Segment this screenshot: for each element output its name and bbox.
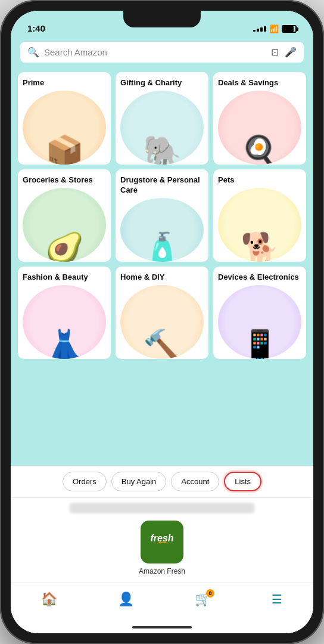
category-card-groceries[interactable]: Groceries & Stores 🥑 [18,169,111,262]
category-image-home: 🔨 [120,285,204,359]
category-label-deals: Deals & Savings [218,78,301,88]
wifi-icon: 📶 [269,24,279,33]
main-content: Prime 📦 Gifting & Charity 🐘 Deals & Savi… [11,70,313,466]
buy-again-button[interactable]: Buy Again [111,472,167,491]
menu-icon: ☰ [272,592,283,606]
account-button[interactable]: Account [171,472,219,491]
notch [123,11,201,27]
category-card-devices[interactable]: Devices & Electronics 📱 [213,267,306,359]
category-card-prime[interactable]: Prime 📦 [18,72,111,165]
category-label-drugstore: Drugstore & Personal Care [120,175,204,196]
home-bar-line [132,626,192,628]
search-bar[interactable]: 🔍 Search Amazon ⊡ 🎤 [20,42,304,63]
category-label-devices: Devices & Electronics [218,273,301,283]
camera-icon[interactable]: ⊡ [271,47,279,58]
category-image-groceries: 🥑 [23,188,106,262]
category-label-fashion: Fashion & Beauty [23,273,106,283]
category-grid: Prime 📦 Gifting & Charity 🐘 Deals & Savi… [11,70,313,364]
quick-actions-bar: Orders Buy Again Account Lists [11,466,313,497]
phone-frame: 1:40 📶 🔍 Search Amazon ⊡ [0,0,324,644]
category-card-gifting[interactable]: Gifting & Charity 🐘 [116,72,208,165]
category-image-devices: 📱 [218,285,301,359]
lists-button[interactable]: Lists [224,472,261,491]
category-image-prime: 📦 [23,91,106,165]
category-label-groceries: Groceries & Stores [23,175,106,185]
phone-screen: 1:40 📶 🔍 Search Amazon ⊡ [11,11,313,633]
battery-icon [282,25,297,33]
nav-menu[interactable]: ☰ [262,590,292,609]
category-card-drugstore[interactable]: Drugstore & Personal Care 🧴 [116,169,208,262]
nav-cart[interactable]: 🛒 0 [185,589,220,609]
bottom-nav: 🏠 👤 🛒 0 ☰ [11,583,313,621]
category-card-deals[interactable]: Deals & Savings 🍳 [213,72,306,165]
blurred-text [70,503,254,513]
amazon-fresh-logo: fresh ⌒ [141,521,183,564]
signal-bars-icon [253,26,266,32]
category-image-drugstore: 🧴 [120,198,204,262]
status-time: 1:40 [27,23,45,33]
person-icon: 👤 [118,592,134,607]
orders-button[interactable]: Orders [63,472,107,491]
home-icon: 🏠 [41,592,57,607]
search-right-icons: ⊡ 🎤 [271,47,297,58]
search-icon: 🔍 [27,47,39,58]
category-card-pets[interactable]: Pets 🐕 [213,169,306,262]
category-label-home: Home & DIY [120,273,204,283]
status-icons: 📶 [253,24,297,33]
cart-icon-wrap: 🛒 0 [195,592,211,607]
category-label-prime: Prime [23,78,106,88]
category-image-fashion: 👗 [23,285,106,359]
category-label-pets: Pets [218,175,301,185]
home-bar [11,621,313,633]
nav-account[interactable]: 👤 [108,589,144,609]
search-placeholder[interactable]: Search Amazon [44,47,266,57]
cart-badge: 0 [206,589,214,597]
header: 🔍 Search Amazon ⊡ 🎤 [11,37,313,70]
category-label-gifting: Gifting & Charity [120,78,204,88]
amazon-fresh-label: Amazon Fresh [139,567,185,575]
category-card-fashion[interactable]: Fashion & Beauty 👗 [18,267,111,359]
category-image-pets: 🐕 [218,188,301,262]
below-section: fresh ⌒ Amazon Fresh [11,497,313,583]
category-image-deals: 🍳 [218,91,301,165]
microphone-icon[interactable]: 🎤 [285,47,297,58]
amazon-fresh-section[interactable]: fresh ⌒ Amazon Fresh [20,521,304,575]
category-card-home[interactable]: Home & DIY 🔨 [116,267,208,359]
fresh-wave-icon: ⌒ [156,543,169,551]
category-image-gifting: 🐘 [120,91,204,165]
nav-home[interactable]: 🏠 [32,589,67,609]
